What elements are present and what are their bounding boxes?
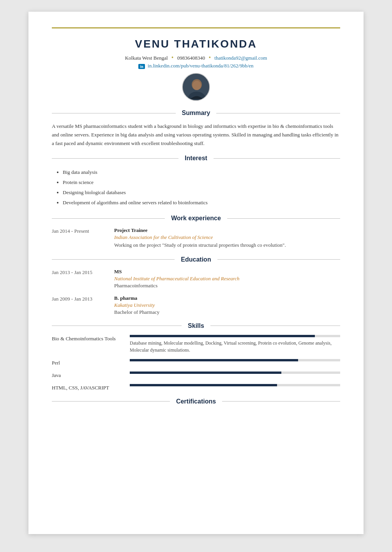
skill-row-1: Perl	[52, 359, 340, 366]
work-desc-0: Working on the project "Study of protein…	[114, 241, 340, 249]
skill-right-1	[130, 359, 340, 364]
interest-line-right	[214, 158, 340, 159]
skill-right-0: Database mining, Molecular modelling, Do…	[130, 335, 340, 354]
edu-details-0: MS National Institute of Pharmaceutical …	[114, 269, 340, 289]
location: Kolkata West Bengal	[125, 55, 168, 61]
edu-field-1: Bachelor of Pharmacy	[114, 309, 340, 315]
education-line-right	[217, 259, 340, 260]
interest-header: Interest	[52, 155, 340, 162]
skills-title: Skills	[182, 322, 210, 329]
education-title: Education	[175, 256, 217, 263]
avatar	[182, 73, 210, 101]
summary-line-left	[52, 113, 176, 113]
skill-bar-0	[130, 335, 315, 337]
top-border	[52, 27, 340, 28]
edu-entry-1: Jan 2009 - Jan 2013 B. pharma Kakatiya U…	[52, 295, 340, 315]
work-line-right	[227, 218, 340, 219]
interest-title: Interest	[178, 155, 214, 162]
work-details-0: Project Trainee Indian Association for t…	[114, 227, 340, 249]
skill-bar-1	[130, 359, 298, 361]
skill-row-0: Bio & Chemoinformatics Tools Database mi…	[52, 335, 340, 354]
edu-org-0: National Institute of Pharmaceutical Edu…	[114, 276, 340, 282]
skill-row-3: HTML, CSS, JAVASCRIPT	[52, 384, 340, 391]
skill-label-0: Bio & Chemoinformatics Tools	[52, 335, 130, 342]
skill-row-2: Java	[52, 372, 340, 379]
resume-page: VENU THATIKONDA Kolkata West Bengal • 09…	[28, 12, 364, 534]
edu-entry-0: Jan 2013 - Jan 2015 MS National Institut…	[52, 269, 340, 289]
education-line-left	[52, 259, 175, 260]
edu-org-1: Kakatiya University	[114, 302, 340, 308]
avatar-wrap	[52, 73, 340, 103]
linkedin-line: in in.linkedin.com/pub/venu-thatikonda/8…	[52, 63, 340, 69]
certifications-line-left	[52, 401, 170, 402]
linkedin-badge: in	[138, 64, 145, 69]
work-org-0: Indian Association for the Cultivation o…	[114, 234, 340, 241]
skills-line-left	[52, 326, 182, 326]
skill-bar-wrap-3	[130, 384, 340, 386]
skill-bar-wrap-1	[130, 359, 340, 361]
summary-text: A versatile MS pharmacoinformatics stude…	[52, 122, 340, 148]
skill-bar-3	[130, 384, 277, 386]
certifications-line-right	[222, 401, 340, 402]
phone: 09836408340	[177, 55, 205, 61]
interest-item: Protein science	[63, 177, 340, 188]
linkedin-url[interactable]: in.linkedin.com/pub/venu-thatikonda/81/2…	[148, 63, 254, 69]
skill-bar-wrap-0	[130, 335, 340, 337]
work-entry-0: Jan 2014 - Present Project Trainee India…	[52, 227, 340, 249]
work-header: Work experience	[52, 215, 340, 222]
work-position-0: Project Trainee	[114, 227, 340, 234]
email[interactable]: thatikonda92@gmail.com	[214, 55, 267, 61]
dot-1: •	[171, 54, 174, 61]
certifications-title: Certifications	[170, 398, 222, 405]
work-title: Work experience	[165, 215, 227, 222]
edu-degree-0: MS	[114, 269, 340, 275]
interest-line-left	[52, 158, 178, 159]
work-line-left	[52, 218, 165, 219]
edu-degree-1: B. pharma	[114, 295, 340, 301]
skills-header: Skills	[52, 322, 340, 329]
education-header: Education	[52, 256, 340, 263]
svg-point-3	[192, 81, 201, 90]
skill-desc-0: Database mining, Molecular modelling, Do…	[130, 340, 340, 354]
skill-right-3	[130, 384, 340, 389]
summary-title: Summary	[176, 110, 217, 117]
dot-2: •	[208, 54, 211, 61]
summary-line-right	[216, 113, 340, 113]
interest-list: Big data analysis Protein science Design…	[52, 167, 340, 208]
edu-date-0: Jan 2013 - Jan 2015	[52, 269, 114, 289]
skill-label-1: Perl	[52, 359, 130, 366]
interest-item: Big data analysis	[63, 167, 340, 177]
interest-item: Designing biological databases	[63, 188, 340, 198]
contact-line: Kolkata West Bengal • 09836408340 • that…	[52, 54, 340, 61]
edu-field-0: Pharmacoinformatics	[114, 283, 340, 289]
skill-bar-2	[130, 372, 281, 374]
skill-label-2: Java	[52, 372, 130, 379]
skill-label-3: HTML, CSS, JAVASCRIPT	[52, 384, 130, 391]
candidate-name: VENU THATIKONDA	[52, 38, 340, 50]
interest-item: Development of algorithms and online ser…	[63, 198, 340, 208]
summary-header: Summary	[52, 110, 340, 117]
work-date-0: Jan 2014 - Present	[52, 227, 114, 249]
skills-section: Bio & Chemoinformatics Tools Database mi…	[52, 335, 340, 391]
edu-date-1: Jan 2009 - Jan 2013	[52, 295, 114, 315]
skill-right-2	[130, 372, 340, 376]
skill-bar-wrap-2	[130, 372, 340, 374]
certifications-header: Certifications	[52, 398, 340, 405]
edu-details-1: B. pharma Kakatiya University Bachelor o…	[114, 295, 340, 315]
skills-line-right	[210, 326, 340, 326]
